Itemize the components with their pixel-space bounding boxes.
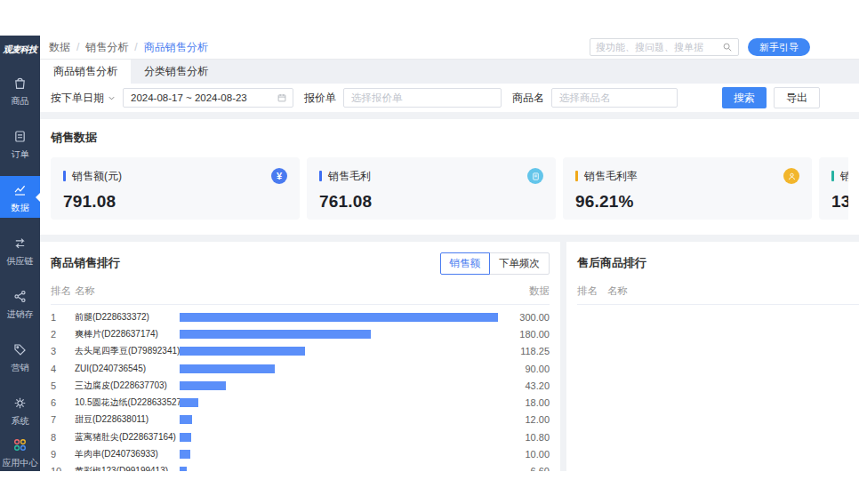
product-name: ZUI(D240736545) bbox=[75, 364, 180, 373]
sidebar-item-data[interactable]: 数据 bbox=[0, 176, 40, 218]
bottom-panels: 商品销售排行 销售额 下单频次 排名 名称 数据 1 前腿(D22863 bbox=[40, 242, 859, 471]
product-name: 甜豆(D228638011) bbox=[75, 413, 180, 426]
bar-track bbox=[180, 364, 498, 373]
bar-track bbox=[180, 347, 498, 356]
product-ranking-panel: 商品销售排行 销售额 下单频次 排名 名称 数据 1 前腿(D22863 bbox=[40, 242, 560, 471]
kpi-card-gross-profit: 销售毛利 761.08 bbox=[307, 157, 556, 220]
sales-bar[interactable] bbox=[180, 398, 198, 407]
bar-track bbox=[180, 330, 498, 339]
ranking-row: 7 甜豆(D228638011) 12.00 bbox=[51, 412, 550, 428]
order-icon bbox=[12, 129, 28, 148]
kpi-value: 96.21% bbox=[575, 192, 799, 212]
sales-value: 10.80 bbox=[498, 432, 550, 443]
bar-track bbox=[180, 433, 498, 442]
bar-track bbox=[180, 381, 498, 390]
sidebar-item-label: 供应链 bbox=[7, 257, 34, 266]
sales-bar[interactable] bbox=[180, 330, 371, 339]
col-name-header: 名称 bbox=[607, 284, 859, 298]
rank-number: 1 bbox=[51, 312, 75, 323]
date-type-label: 按下单日期 bbox=[51, 91, 104, 106]
sales-bar[interactable] bbox=[180, 467, 187, 471]
sales-bar[interactable] bbox=[180, 313, 498, 322]
sidebar-item-supply-chain[interactable]: 供应链 bbox=[0, 229, 40, 271]
kpi-label: 销售额(元) bbox=[72, 169, 122, 184]
beginner-guide-button[interactable]: 新手引导 bbox=[748, 38, 810, 56]
chart-icon bbox=[12, 182, 28, 201]
date-type-select[interactable]: 按下单日期 bbox=[51, 91, 116, 106]
sidebar-item-label: 商品 bbox=[12, 97, 29, 106]
tab-category-sales[interactable]: 分类销售分析 bbox=[131, 60, 221, 84]
quote-label: 报价单 bbox=[304, 91, 336, 106]
sales-value: 300.00 bbox=[498, 312, 550, 323]
rank-number: 3 bbox=[51, 346, 75, 356]
tag-icon bbox=[12, 342, 28, 361]
accent-bar bbox=[319, 171, 322, 181]
sidebar-item-label: 系统 bbox=[12, 417, 29, 426]
sales-value: 118.25 bbox=[498, 346, 550, 356]
sidebar-item-inventory[interactable]: 进销存 bbox=[0, 283, 40, 324]
metric-toggle: 销售额 下单频次 bbox=[440, 252, 550, 275]
sales-bar[interactable] bbox=[180, 433, 191, 442]
tab-label: 分类销售分析 bbox=[144, 64, 208, 79]
sales-bar[interactable] bbox=[180, 347, 305, 356]
ranking-row: 8 蓝寓猪肚尖(D228637164) 10.80 bbox=[51, 428, 550, 445]
rank-number: 10 bbox=[51, 466, 75, 471]
kpi-card-sales-amount: 销售额(元) ¥ 791.08 bbox=[51, 157, 300, 220]
yuan-icon: ¥ bbox=[271, 168, 287, 184]
global-search[interactable] bbox=[590, 38, 739, 56]
sidebar: 观麦科技 商品 订单 数据 供应链 进销存 营销 系统 bbox=[0, 36, 40, 471]
toggle-sales-amount[interactable]: 销售额 bbox=[440, 252, 491, 275]
accent-bar bbox=[63, 171, 66, 181]
inventory-icon bbox=[12, 289, 28, 308]
bar-track bbox=[180, 450, 498, 459]
rank-number: 2 bbox=[51, 329, 75, 340]
ranking-row: 6 10.5圆花边纸(D228633527) 18.00 bbox=[51, 394, 550, 411]
kpi-value: 13 bbox=[831, 192, 848, 212]
bar-track bbox=[180, 398, 498, 407]
search-icon[interactable] bbox=[722, 42, 733, 52]
sidebar-item-label: 数据 bbox=[12, 204, 29, 212]
ranking-rows: 1 前腿(D228633372) 300.00 2 爽棒片(D228637174… bbox=[51, 305, 550, 471]
sales-bar[interactable] bbox=[180, 364, 275, 373]
sales-bar[interactable] bbox=[180, 450, 190, 459]
product-name: 10.5圆花边纸(D228633527) bbox=[75, 396, 180, 409]
bar-track bbox=[180, 467, 498, 471]
kpi-value: 761.08 bbox=[319, 192, 543, 212]
quote-select-input[interactable] bbox=[343, 88, 502, 108]
sidebar-item-system[interactable]: 系统 bbox=[0, 389, 40, 431]
product-name: 黄彩椒123(D99199413) bbox=[75, 465, 180, 471]
bar-track bbox=[180, 313, 498, 322]
date-range-wrap bbox=[123, 88, 293, 108]
ranking-row: 1 前腿(D228633372) 300.00 bbox=[51, 308, 550, 325]
rank-number: 5 bbox=[51, 380, 75, 391]
breadcrumb-sales-analysis[interactable]: 销售分析 bbox=[85, 40, 143, 55]
ranking-row: 3 去头尾四季豆(D79892341) 118.25 bbox=[51, 343, 550, 360]
breadcrumb-data[interactable]: 数据 bbox=[49, 40, 85, 55]
date-range-input[interactable] bbox=[123, 88, 293, 108]
rank-number: 4 bbox=[51, 364, 75, 374]
sales-bar[interactable] bbox=[180, 381, 226, 390]
col-rank-header: 排名 bbox=[51, 284, 75, 298]
product-name: 蓝寓猪肚尖(D228637164) bbox=[75, 431, 180, 444]
col-name-header: 名称 bbox=[75, 284, 498, 298]
ranking-row: 2 爽棒片(D228637174) 180.00 bbox=[51, 325, 550, 342]
sidebar-item-goods[interactable]: 商品 bbox=[0, 69, 40, 111]
accent-bar bbox=[575, 171, 578, 181]
product-name-label: 商品名 bbox=[512, 91, 544, 106]
kpi-value: 791.08 bbox=[63, 192, 287, 212]
sidebar-item-marketing[interactable]: 营销 bbox=[0, 336, 40, 378]
product-name: 爽棒片(D228637174) bbox=[75, 328, 180, 340]
product-name-input[interactable] bbox=[551, 88, 678, 108]
tab-product-sales[interactable]: 商品销售分析 bbox=[40, 60, 131, 84]
sidebar-item-app-center[interactable]: 应用中心 bbox=[0, 431, 40, 473]
kpi-label: 销售毛利 bbox=[328, 169, 371, 184]
export-button[interactable]: 导出 bbox=[774, 87, 820, 108]
sidebar-item-orders[interactable]: 订单 bbox=[0, 123, 40, 164]
breadcrumb: 数据 销售分析 商品销售分析 bbox=[49, 40, 208, 55]
toggle-order-frequency[interactable]: 下单频次 bbox=[489, 252, 550, 275]
kpi-label: 销售商品总数 bbox=[840, 169, 848, 184]
sidebar-item-label: 营销 bbox=[12, 364, 29, 372]
search-button[interactable]: 搜索 bbox=[722, 87, 767, 108]
sales-bar[interactable] bbox=[180, 415, 192, 424]
search-input[interactable] bbox=[596, 42, 722, 52]
